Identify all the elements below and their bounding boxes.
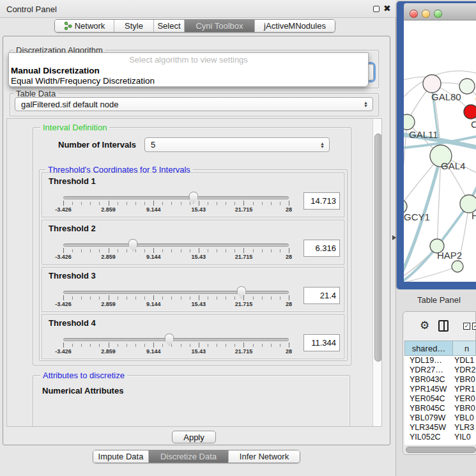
number-of-intervals-combobox[interactable]: 5 ▲▼ (144, 137, 330, 152)
combo-arrows-icon: ▲▼ (364, 101, 368, 107)
threshold-2-slider[interactable]: -3.426 2.859 9.144 15.43 21.715 28 (63, 238, 289, 254)
slider-track[interactable] (63, 243, 289, 247)
cursor-pointer (392, 235, 396, 240)
cell[interactable]: YDL19… (404, 356, 452, 365)
cell[interactable]: YIL052C (404, 433, 452, 442)
tick-label: 15.43 (192, 301, 206, 307)
apply-button[interactable]: Apply (172, 431, 216, 443)
slider-track[interactable] (63, 196, 289, 199)
tab-jactivemnodules[interactable]: jActiveMNodules (255, 20, 335, 32)
settings-scroll-area: Interval Definition Number of Intervals … (6, 118, 382, 427)
combo-arrows-icon: ▲▼ (320, 142, 325, 148)
table-row[interactable]: YBL079WYBL0 (404, 413, 476, 423)
tick-label: 21.715 (235, 301, 253, 307)
tab-cyni-toolbox[interactable]: Cyni Toolbox (185, 20, 255, 32)
gear-icon[interactable]: ⚙ (420, 319, 429, 332)
node-gal80[interactable] (423, 75, 441, 93)
table-horizontal-scrollbar[interactable] (404, 445, 476, 454)
cell[interactable]: YLR3 (452, 423, 476, 433)
columns-icon[interactable] (438, 320, 449, 332)
popup-hint-text: Select algorithm to view settings (9, 55, 368, 65)
cell[interactable]: YPR145W (404, 385, 452, 394)
checkbox-icon[interactable]: ✓ (463, 323, 470, 330)
threshold-2-value-field[interactable]: 6.316 (303, 240, 340, 257)
cyni-toolbox-panel: Discretization Algorithm ▲▼ Table Data g… (3, 36, 390, 445)
table-row[interactable]: YDR27…YDR2 (404, 365, 476, 375)
cell[interactable]: YIL0 (452, 433, 476, 442)
tick-label: 9.144 (146, 348, 161, 355)
tick-label: 9.144 (146, 301, 161, 307)
node-selected-red[interactable] (464, 105, 476, 119)
cell[interactable]: YBR0 (452, 375, 476, 385)
cell[interactable]: YBR045C (404, 404, 452, 413)
table-data-combobox[interactable]: galFiltered.sif default node ▲▼ (15, 97, 373, 111)
threshold-4-value-field[interactable]: 11.344 (303, 334, 340, 351)
node-label: GCY1 (404, 211, 430, 222)
cell[interactable]: YDR27… (404, 365, 452, 375)
network-canvas[interactable]: GAL80 G GAL11 C GAL4 GCY1 H HAP2 (404, 20, 476, 282)
cell[interactable]: YBL0 (452, 413, 476, 423)
settings-scrollbar[interactable] (372, 119, 382, 426)
tab-impute-data[interactable]: Impute Data (93, 450, 149, 463)
threshold-1-label: Threshold 1 (49, 176, 96, 186)
tick-label: 28 (286, 254, 292, 260)
checkbox-icon[interactable]: ✓ (472, 323, 476, 330)
threshold-1-value-field[interactable]: 14.713 (303, 192, 340, 210)
popup-option-manual-discretization[interactable]: Manual Discretization (11, 66, 100, 75)
cell[interactable]: YER0 (452, 394, 476, 404)
node-bottom[interactable] (452, 261, 463, 272)
tick-label: 28 (286, 206, 292, 213)
table-row[interactable]: YLR345WYLR3 (404, 423, 476, 433)
threshold-3-value-field[interactable]: 21.4 (303, 287, 340, 304)
threshold-4-slider[interactable]: -3.426 2.859 9.144 15.43 21.715 28 (63, 333, 289, 348)
tab-network[interactable]: Network (55, 20, 114, 32)
tab-cyni-toolbox-label: Cyni Toolbox (196, 21, 243, 31)
table-row[interactable]: YPR145WYPR1 (404, 385, 476, 394)
minimize-traffic-light-icon[interactable] (422, 10, 430, 18)
tab-infer-network[interactable]: Infer Network (229, 450, 300, 463)
tab-select-label: Select (157, 21, 180, 31)
table-horizontal-scrollbar-thumb[interactable] (406, 447, 476, 453)
node-label: GAL80 (431, 91, 461, 102)
threshold-3-slider[interactable]: -3.426 2.859 9.144 15.43 21.715 28 (63, 286, 289, 301)
tab-style[interactable]: Style (114, 20, 154, 32)
close-icon[interactable]: ✖ (383, 3, 391, 13)
cell[interactable]: YBR0 (452, 404, 476, 413)
float-window-icon[interactable] (373, 6, 380, 12)
slider-minor-ticks (63, 202, 289, 205)
popup-option-equal-width[interactable]: Equal Width/Frequency Discretization (11, 76, 155, 86)
close-traffic-light-icon[interactable] (410, 10, 418, 18)
threshold-4-panel: Threshold 4 -3.426 2.859 9.144 15.43 21.… (42, 314, 344, 359)
tick-label: 9.144 (146, 254, 161, 260)
table-row[interactable]: YER054CYER0 (404, 394, 476, 404)
tick-label: -3.426 (55, 206, 72, 213)
tab-style-label: Style (125, 21, 143, 31)
column-header-shared[interactable]: shared… (404, 341, 453, 356)
cell[interactable]: YBR043C (404, 375, 452, 385)
window-title: Control Panel (6, 4, 57, 14)
settings-scrollbar-thumb[interactable] (374, 134, 382, 362)
attributes-group (33, 375, 350, 427)
table-row[interactable]: YBR045CYBR0 (404, 404, 476, 413)
slider-track[interactable] (63, 291, 289, 294)
threshold-1-slider[interactable]: -3.426 2.859 9.144 15.43 21.715 28 (63, 191, 289, 206)
node-partial-g[interactable] (459, 79, 475, 94)
column-header-name[interactable]: n (453, 341, 476, 356)
node-table-panel: ⚙ ✓ ✓ shared… n YDL19…YDL1 YDR27…YDR2 YB… (403, 311, 476, 455)
cell[interactable]: YPR1 (452, 385, 476, 394)
table-panel: Table Panel ⚙ ✓ ✓ shared… n YDL19…YDL1 Y… (396, 289, 476, 476)
table-row[interactable]: YDL19…YDL1 (404, 356, 476, 365)
cell[interactable]: YER054C (404, 394, 452, 404)
number-of-intervals-label: Number of Intervals (58, 140, 136, 150)
zoom-traffic-light-icon[interactable] (434, 10, 442, 18)
slider-track[interactable] (63, 338, 289, 341)
cell[interactable]: YBL079W (404, 413, 452, 423)
tab-select[interactable]: Select (154, 20, 185, 32)
table-row[interactable]: YIL052CYIL0 (404, 433, 476, 442)
cell[interactable]: YDL1 (452, 356, 476, 365)
table-row[interactable]: YBR043CYBR0 (404, 375, 476, 385)
node-gal11[interactable] (404, 114, 415, 130)
tab-discretize-data[interactable]: Discretize Data (149, 450, 229, 463)
cell[interactable]: YDR2 (452, 365, 476, 375)
cell[interactable]: YLR345W (404, 423, 452, 433)
